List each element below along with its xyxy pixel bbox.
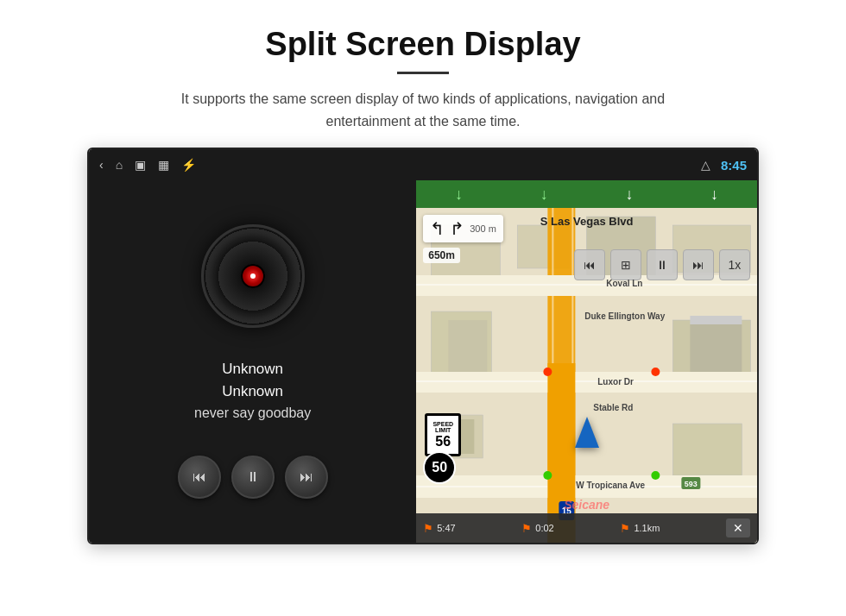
status-bar-left: ‹ ⌂ ▣ ▦ ⚡	[99, 158, 196, 172]
split-screen: Unknown Unknown never say goodbay ⏮ ⏸ ⏭	[89, 180, 757, 543]
nav-map-area: 15 593 S Las Vegas Blvd ↰ ↱ 300 m 650m	[416, 208, 757, 543]
nav-top-bar: ↓ ↓ ↓ ↓	[416, 180, 757, 208]
media-song-label: never say goodbay	[194, 405, 311, 421]
back-icon[interactable]: ‹	[99, 158, 104, 172]
nav-bottom-bar: ⚑ 5:47 ⚑ 0:02 ⚑ 1.1km ✕	[416, 513, 757, 543]
speed-limit-sign: SPEED LIMIT 56	[425, 413, 461, 456]
media-track-title: Unknown	[194, 361, 311, 378]
speed-limit-number: 56	[435, 434, 451, 449]
media-panel: Unknown Unknown never say goodbay ⏮ ⏸ ⏭	[89, 180, 416, 543]
title-divider	[397, 72, 449, 74]
eject-icon[interactable]: △	[701, 158, 710, 172]
vinyl-record	[201, 224, 305, 328]
recents-icon[interactable]: ▣	[135, 158, 146, 172]
prev-icon: ⏮	[193, 469, 206, 485]
svg-rect-19	[416, 380, 757, 382]
nav-speed-multiplier-btn[interactable]: 1x	[719, 249, 750, 280]
nav-car-arrow	[575, 417, 599, 448]
svg-point-24	[544, 471, 552, 480]
street-name-label: S Las Vegas Blvd	[540, 215, 634, 228]
nav-elapsed-time: 0:02	[535, 523, 553, 533]
route-icon: ⚑	[521, 522, 532, 535]
nav-turn-box: ↰ ↱ 300 m	[423, 215, 503, 242]
svg-point-25	[652, 368, 660, 376]
turn-distance: 300 m	[470, 223, 496, 234]
nav-arrow-2: ↓	[540, 185, 548, 204]
svg-marker-10	[691, 316, 742, 324]
nav-arrow-4: ↓	[710, 185, 718, 204]
svg-point-26	[652, 471, 660, 480]
next-icon: ⏭	[300, 469, 313, 485]
turn-right-icon: ↱	[450, 218, 464, 239]
vinyl-inner	[241, 264, 265, 288]
media-artist-label: Unknown	[194, 383, 311, 400]
svg-rect-8	[673, 424, 742, 475]
status-time: 8:45	[721, 158, 747, 173]
status-bar-right: △ 8:45	[701, 158, 747, 173]
nav-pause-btn[interactable]: ⏸	[647, 249, 678, 280]
nav-distance-label: 650m	[423, 248, 460, 263]
prev-button[interactable]: ⏮	[178, 456, 221, 499]
status-bar: ‹ ⌂ ▣ ▦ ⚡ △ 8:45	[89, 149, 757, 180]
end-flag-icon: ⚑	[620, 522, 630, 535]
usb-icon: ⚡	[181, 158, 196, 172]
title-section: Split Screen Display It supports the sam…	[164, 26, 682, 132]
start-flag-icon: ⚑	[423, 522, 433, 535]
nav-eta: ⚑ 5:47	[423, 522, 455, 535]
turn-left-icon: ↰	[430, 218, 445, 239]
nav-arrow-1: ↓	[455, 185, 463, 204]
next-button[interactable]: ⏭	[285, 456, 328, 499]
svg-rect-17	[416, 284, 757, 286]
media-controls: ⏮ ⏸ ⏭	[178, 456, 328, 499]
nav-panel: ↓ ↓ ↓ ↓	[416, 180, 757, 543]
vinyl-center-dot	[250, 273, 256, 279]
svg-rect-11	[449, 320, 488, 372]
nav-arrow-3: ↓	[625, 185, 633, 204]
nav-close-button[interactable]: ✕	[726, 519, 750, 537]
home-icon[interactable]: ⌂	[116, 158, 123, 172]
nav-eta-time: 5:47	[437, 523, 455, 533]
play-pause-button[interactable]: ⏸	[231, 456, 275, 499]
nav-prev-btn[interactable]: ⏮	[574, 249, 605, 280]
nav-elapsed: ⚑ 0:02	[521, 522, 553, 535]
svg-point-23	[544, 368, 552, 376]
nav-dist-remaining-value: 1.1km	[634, 523, 660, 533]
media-text-area: Unknown Unknown never say goodbay	[194, 361, 311, 438]
speed-limit-text: SPEED LIMIT	[427, 421, 458, 434]
nav-checkerboard-btn[interactable]: ⊞	[610, 249, 641, 280]
watermark: Seicane	[564, 498, 609, 512]
nav-playback-controls: ⏮ ⊞ ⏸ ⏭ 1x	[574, 249, 750, 280]
svg-rect-9	[691, 324, 742, 372]
svg-text:593: 593	[685, 480, 698, 488]
page-title: Split Screen Display	[164, 26, 682, 63]
play-pause-icon: ⏸	[246, 469, 260, 485]
device-screenshot: ‹ ⌂ ▣ ▦ ⚡ △ 8:45 Unknown Unknown never s…	[87, 148, 759, 544]
nav-distance-remaining: ⚑ 1.1km	[620, 522, 660, 535]
nav-next-btn[interactable]: ⏭	[683, 249, 714, 280]
gallery-icon[interactable]: ▦	[158, 158, 169, 172]
svg-rect-21	[416, 486, 757, 487]
page-subtitle: It supports the same screen display of t…	[164, 88, 682, 132]
